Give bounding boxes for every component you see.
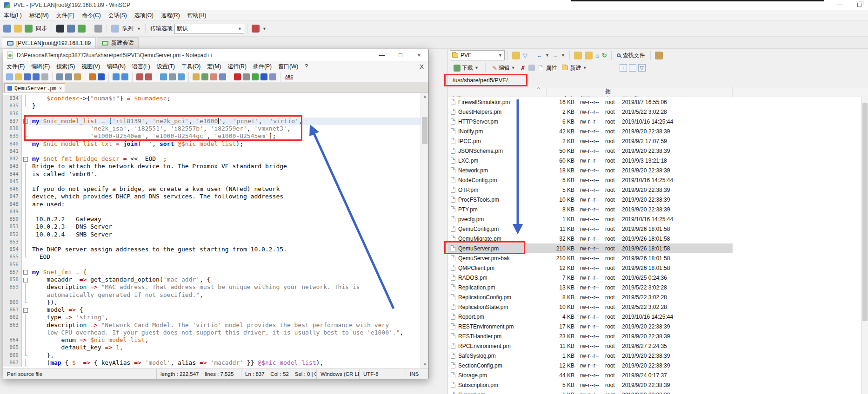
folder-workspace-icon[interactable] <box>210 73 217 80</box>
show-all-chars-icon[interactable] <box>169 73 176 80</box>
scrollbar-thumb[interactable] <box>422 117 427 144</box>
file-row[interactable]: FirewallSimulator.pm16 KBrw-r--r--root20… <box>448 97 733 107</box>
fold-margin[interactable] <box>22 178 29 185</box>
spell-check-icon[interactable]: ABC <box>285 74 293 79</box>
file-row[interactable]: RESTEnvironment.pm17 KBrw-r--r--root2019… <box>448 322 733 331</box>
macro-play-icon[interactable] <box>252 73 259 80</box>
refresh-icon[interactable]: ↻ <box>602 52 607 59</box>
fold-margin[interactable] <box>22 306 29 314</box>
fold-margin[interactable] <box>22 223 29 230</box>
redo-icon[interactable] <box>98 73 105 80</box>
fold-margin[interactable] <box>22 276 29 283</box>
replace-icon[interactable] <box>121 73 128 80</box>
fold-margin[interactable] <box>22 216 29 223</box>
fold-margin[interactable] <box>22 102 29 110</box>
macro-stop-icon[interactable] <box>243 73 250 80</box>
undo-icon[interactable] <box>89 73 96 80</box>
fold-margin[interactable] <box>22 140 29 148</box>
fold-margin[interactable] <box>22 299 29 306</box>
notepad-menu-12[interactable]: ? <box>301 62 311 71</box>
file-row[interactable]: GuestHelpers.pm2 KBrw-r--r--root2019/5/2… <box>448 107 733 117</box>
parent-directory-icon[interactable] <box>574 52 582 59</box>
file-row[interactable]: LXC.pm60 KBrw-r--r--root2019/9/3 13:21:1… <box>448 156 733 165</box>
console-icon[interactable] <box>67 25 75 33</box>
queue-button[interactable]: 队列 <box>122 25 134 33</box>
fold-margin[interactable] <box>22 185 29 193</box>
fold-margin[interactable] <box>22 148 29 155</box>
file-row[interactable]: JSONSchema.pm50 KBrw-r--r--root2019/9/20… <box>448 146 733 156</box>
fold-margin[interactable] <box>22 336 29 344</box>
back-history-dropdown-icon[interactable]: ▼ <box>545 53 549 58</box>
fold-margin[interactable] <box>22 231 29 238</box>
notepad-menu-8[interactable]: 宏(M) <box>204 62 224 72</box>
notepad-menu-1[interactable]: 编辑(E) <box>28 62 53 72</box>
file-row[interactable]: QemuServer.pm-bak210 KBrw-r--r--root2019… <box>448 253 733 263</box>
file-row[interactable]: NodeConfig.pm5 KBrw-r--r--root2019/10/16… <box>448 175 733 185</box>
sync-button[interactable]: 同步 <box>36 25 47 33</box>
macro-save-icon[interactable] <box>269 73 276 80</box>
fold-margin[interactable] <box>22 201 29 208</box>
doc-switcher-icon[interactable] <box>219 73 226 80</box>
notepad-menu-7[interactable]: 工具(O) <box>178 62 204 72</box>
upload-folder-icon[interactable] <box>14 25 22 33</box>
fold-margin[interactable] <box>22 329 29 336</box>
macro-run-multi-icon[interactable] <box>260 73 267 80</box>
delete-icon[interactable]: ✗ <box>521 65 526 72</box>
notepad-menu-10[interactable]: 插件(P) <box>250 62 275 72</box>
fold-margin[interactable] <box>22 322 29 329</box>
notepad-menu-9[interactable]: 运行(R) <box>224 62 250 72</box>
file-row[interactable]: SectionConfig.pm12 KBrw-r--r--root2019/9… <box>448 361 733 370</box>
print-icon[interactable] <box>41 73 48 80</box>
session-tab-0[interactable]: [PVE.LAN]root@192.168.1.89 <box>2 37 96 48</box>
file-row[interactable]: Replication.pm13 KBrw-r--r--root2019/5/2… <box>448 282 733 292</box>
function-list-icon[interactable] <box>201 73 208 80</box>
file-row[interactable]: SafeSyslog.pm1 KBrw-r--r--root2019/9/20 … <box>448 351 733 361</box>
file-row[interactable]: Report.pm4 KBrw-r--r--root2019/10/16 14:… <box>448 312 733 322</box>
properties-button[interactable]: 属性 <box>536 63 560 73</box>
winscp-menu-3[interactable]: 命令(C) <box>78 10 105 21</box>
document-tab[interactable]: QemuServer.pm ✕ <box>4 83 65 92</box>
fold-margin[interactable] <box>22 269 29 276</box>
new-file-icon[interactable] <box>6 73 13 80</box>
macro-record-icon[interactable] <box>234 73 241 80</box>
rename-icon[interactable] <box>528 65 535 71</box>
layout-columns-icon[interactable] <box>3 25 11 33</box>
notepad-menu-0[interactable]: 文件(F) <box>3 62 28 72</box>
open-folder-icon[interactable] <box>15 73 22 80</box>
fold-margin[interactable] <box>22 352 29 359</box>
find-files-button[interactable]: 查找文件 <box>614 51 648 60</box>
download-button[interactable]: 下载 ▼ <box>450 63 482 73</box>
root-directory-icon[interactable] <box>585 52 593 59</box>
back-icon[interactable]: ← <box>536 52 542 59</box>
winscp-menu-1[interactable]: 标记(M) <box>26 10 53 21</box>
winscp-menu-5[interactable]: 选项(O) <box>131 10 157 21</box>
fold-margin[interactable] <box>22 208 29 216</box>
fold-margin[interactable] <box>22 171 29 178</box>
synchronize-browsing-icon[interactable] <box>655 52 663 59</box>
select-all-icon[interactable]: + <box>620 64 627 72</box>
fold-margin[interactable] <box>22 193 29 200</box>
fold-margin[interactable] <box>22 155 29 163</box>
notepad-menu-4[interactable]: 编码(N) <box>103 62 129 72</box>
fold-margin[interactable] <box>22 283 29 291</box>
fold-margin[interactable] <box>22 95 29 102</box>
fold-margin[interactable] <box>22 291 29 299</box>
editor-scrollbar[interactable]: ▲ ▼ <box>421 93 428 368</box>
save-icon[interactable] <box>24 73 31 80</box>
edit-button[interactable]: ✎ 编辑 ▼ <box>488 63 519 73</box>
refresh-panels-icon[interactable] <box>78 25 86 33</box>
file-row[interactable]: pvecfg.pm1 KBrw-r--r--root2019/10/16 14:… <box>448 214 733 224</box>
restore-icon[interactable] <box>857 3 861 7</box>
scroll-down-icon[interactable]: ▼ <box>421 361 428 368</box>
new-button[interactable]: 新建 ▼ <box>560 63 591 73</box>
file-row[interactable]: ReplicationConfig.pm8 KBrw-r--r--root201… <box>448 292 733 302</box>
notepad-menu-3[interactable]: 视图(V) <box>78 62 103 72</box>
scrollbar-thumb[interactable] <box>862 103 868 321</box>
winscp-menu-7[interactable]: 帮助(H) <box>184 10 210 21</box>
fold-margin[interactable] <box>22 314 29 321</box>
directory-combobox[interactable]: PVE ▼ <box>450 50 505 60</box>
maximize-icon[interactable]: □ <box>391 52 410 59</box>
queue-dropdown-icon[interactable]: ▼ <box>137 26 141 31</box>
file-row[interactable]: IPCC.pm2 KBrw-r--r--root2019/9/2 17:07:5… <box>448 136 733 146</box>
file-row[interactable]: QMPClient.pm12 KBrw-r--r--root2019/9/26 … <box>448 263 733 273</box>
